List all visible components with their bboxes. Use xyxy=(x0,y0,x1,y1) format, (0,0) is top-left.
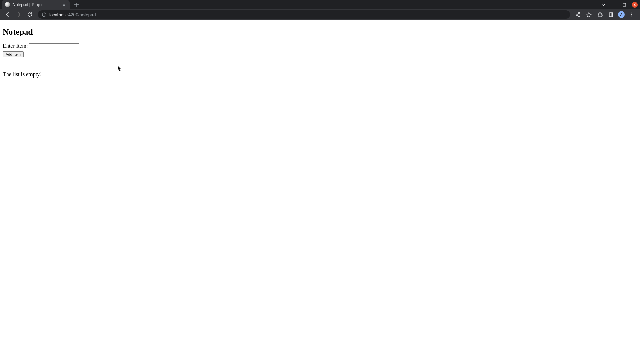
menu-icon[interactable] xyxy=(628,10,636,19)
browser-toolbar: localhost:4200/notepad A xyxy=(0,9,640,20)
avatar-initial: A xyxy=(620,12,622,17)
svg-point-6 xyxy=(578,16,580,17)
add-item-button[interactable]: Add Item xyxy=(3,51,24,57)
svg-point-5 xyxy=(576,14,577,15)
share-icon[interactable] xyxy=(574,10,582,19)
tab-close-icon[interactable] xyxy=(61,2,67,8)
close-icon xyxy=(632,2,638,8)
svg-point-4 xyxy=(578,12,580,14)
minimize-icon[interactable] xyxy=(611,2,617,8)
info-icon[interactable] xyxy=(42,12,46,17)
form-row: Enter Item: xyxy=(3,43,637,49)
svg-point-11 xyxy=(631,16,632,16)
svg-point-10 xyxy=(631,14,632,15)
profile-avatar[interactable]: A xyxy=(618,11,625,18)
svg-rect-8 xyxy=(611,13,613,17)
page-content: Notepad Enter Item: Add Item The list is… xyxy=(0,20,640,364)
window-controls xyxy=(601,0,638,9)
svg-point-2 xyxy=(44,13,44,14)
close-window-button[interactable] xyxy=(632,2,638,8)
bookmark-icon[interactable] xyxy=(585,10,593,19)
tab-title: Notepad | Project xyxy=(12,2,59,7)
svg-rect-0 xyxy=(623,3,626,6)
forward-button[interactable] xyxy=(14,10,24,19)
extensions-icon[interactable] xyxy=(596,10,604,19)
svg-point-9 xyxy=(631,13,632,13)
item-label: Enter Item: xyxy=(3,43,28,49)
new-tab-button[interactable] xyxy=(72,0,81,9)
page-heading: Notepad xyxy=(3,27,637,37)
toolbar-right: A xyxy=(574,10,637,19)
browser-tab[interactable]: Notepad | Project xyxy=(2,0,70,9)
address-bar[interactable]: localhost:4200/notepad xyxy=(38,10,570,19)
item-input[interactable] xyxy=(29,43,79,49)
browser-chrome: Notepad | Project xyxy=(0,0,640,20)
tab-favicon-icon xyxy=(5,2,10,7)
empty-list-message: The list is empty! xyxy=(3,71,637,78)
svg-rect-3 xyxy=(44,14,44,16)
tab-bar: Notepad | Project xyxy=(0,0,640,9)
back-button[interactable] xyxy=(3,10,12,19)
chevron-down-icon[interactable] xyxy=(601,2,607,8)
maximize-icon[interactable] xyxy=(621,2,628,8)
reload-button[interactable] xyxy=(25,10,35,19)
side-panel-icon[interactable] xyxy=(607,10,615,19)
url-text: localhost:4200/notepad xyxy=(49,12,96,17)
